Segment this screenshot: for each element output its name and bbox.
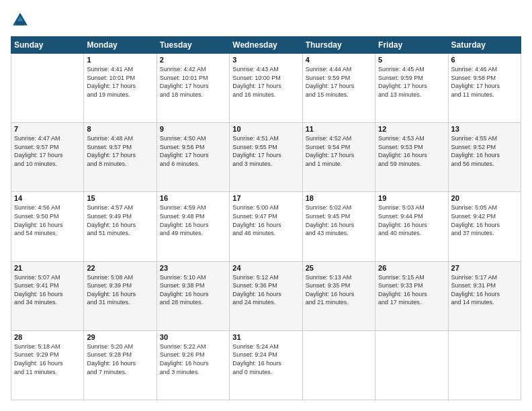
weekday-header-monday: Monday [84, 37, 157, 54]
day-info: Sunrise: 4:43 AMSunset: 10:00 PMDaylight… [232, 65, 299, 99]
day-number: 30 [160, 333, 226, 341]
day-info: Sunrise: 4:45 AMSunset: 9:59 PMDaylight:… [378, 65, 445, 99]
day-info: Sunrise: 4:53 AMSunset: 9:53 PMDaylight:… [378, 134, 445, 168]
calendar-cell: 27Sunrise: 5:17 AMSunset: 9:31 PMDayligh… [448, 261, 521, 330]
calendar-cell: 19Sunrise: 5:03 AMSunset: 9:44 PMDayligh… [375, 192, 448, 261]
day-info: Sunrise: 5:17 AMSunset: 9:31 PMDaylight:… [451, 273, 518, 307]
day-info: Sunrise: 5:02 AMSunset: 9:45 PMDaylight:… [306, 203, 372, 237]
day-info: Sunrise: 5:08 AMSunset: 9:39 PMDaylight:… [87, 273, 153, 307]
day-number: 22 [87, 264, 153, 272]
calendar-cell: 6Sunrise: 4:46 AMSunset: 9:58 PMDaylight… [448, 54, 521, 123]
day-info: Sunrise: 4:48 AMSunset: 9:57 PMDaylight:… [87, 134, 153, 168]
weekday-header-thursday: Thursday [302, 37, 375, 54]
calendar-cell: 12Sunrise: 4:53 AMSunset: 9:53 PMDayligh… [375, 123, 448, 192]
calendar-cell: 11Sunrise: 4:52 AMSunset: 9:54 PMDayligh… [302, 123, 375, 192]
calendar-cell: 24Sunrise: 5:12 AMSunset: 9:36 PMDayligh… [230, 261, 302, 330]
day-info: Sunrise: 5:03 AMSunset: 9:44 PMDaylight:… [378, 203, 445, 237]
calendar-cell: 17Sunrise: 5:00 AMSunset: 9:47 PMDayligh… [230, 192, 302, 261]
day-number: 27 [451, 264, 518, 272]
calendar-cell: 14Sunrise: 4:56 AMSunset: 9:50 PMDayligh… [11, 192, 84, 261]
week-row-5: 28Sunrise: 5:18 AMSunset: 9:29 PMDayligh… [11, 330, 521, 400]
calendar-cell: 18Sunrise: 5:02 AMSunset: 9:45 PMDayligh… [302, 192, 375, 261]
calendar-cell: 16Sunrise: 4:59 AMSunset: 9:48 PMDayligh… [157, 192, 229, 261]
week-row-3: 14Sunrise: 4:56 AMSunset: 9:50 PMDayligh… [11, 192, 521, 261]
day-number: 4 [306, 56, 372, 64]
day-number: 29 [87, 333, 153, 341]
calendar-cell: 28Sunrise: 5:18 AMSunset: 9:29 PMDayligh… [11, 330, 84, 400]
day-number: 2 [160, 56, 226, 64]
day-number: 9 [160, 125, 226, 133]
calendar-cell: 1Sunrise: 4:41 AMSunset: 10:01 PMDayligh… [84, 54, 157, 123]
day-number: 28 [14, 333, 81, 341]
day-number: 3 [232, 56, 299, 64]
day-number: 13 [451, 125, 518, 133]
weekday-header-tuesday: Tuesday [157, 37, 229, 54]
weekday-header-wednesday: Wednesday [230, 37, 302, 54]
day-number: 5 [378, 56, 445, 64]
day-number: 16 [160, 194, 226, 202]
logo [11, 11, 32, 30]
weekday-header-sunday: Sunday [11, 37, 84, 54]
week-row-1: 1Sunrise: 4:41 AMSunset: 10:01 PMDayligh… [11, 54, 521, 123]
calendar-cell: 30Sunrise: 5:22 AMSunset: 9:26 PMDayligh… [157, 330, 229, 400]
day-info: Sunrise: 5:18 AMSunset: 9:29 PMDaylight:… [14, 342, 81, 376]
day-info: Sunrise: 4:42 AMSunset: 10:01 PMDaylight… [160, 65, 226, 99]
calendar-cell: 5Sunrise: 4:45 AMSunset: 9:59 PMDaylight… [375, 54, 448, 123]
day-info: Sunrise: 5:22 AMSunset: 9:26 PMDaylight:… [160, 342, 226, 376]
day-number: 8 [87, 125, 153, 133]
day-info: Sunrise: 5:07 AMSunset: 9:41 PMDaylight:… [14, 273, 81, 307]
calendar-cell: 26Sunrise: 5:15 AMSunset: 9:33 PMDayligh… [375, 261, 448, 330]
day-number: 1 [87, 56, 153, 64]
calendar-cell: 15Sunrise: 4:57 AMSunset: 9:49 PMDayligh… [84, 192, 157, 261]
day-info: Sunrise: 5:20 AMSunset: 9:28 PMDaylight:… [87, 342, 153, 376]
calendar-cell [302, 330, 375, 400]
calendar-cell: 23Sunrise: 5:10 AMSunset: 9:38 PMDayligh… [157, 261, 229, 330]
day-number: 15 [87, 194, 153, 202]
calendar-cell: 2Sunrise: 4:42 AMSunset: 10:01 PMDayligh… [157, 54, 229, 123]
day-number: 20 [451, 194, 518, 202]
calendar-cell: 4Sunrise: 4:44 AMSunset: 9:59 PMDaylight… [302, 54, 375, 123]
day-number: 31 [232, 333, 299, 341]
day-info: Sunrise: 4:41 AMSunset: 10:01 PMDaylight… [87, 65, 153, 99]
day-number: 10 [232, 125, 299, 133]
day-number: 6 [451, 56, 518, 64]
week-row-2: 7Sunrise: 4:47 AMSunset: 9:57 PMDaylight… [11, 123, 521, 192]
day-number: 23 [160, 264, 226, 272]
day-info: Sunrise: 5:12 AMSunset: 9:36 PMDaylight:… [232, 273, 299, 307]
calendar-cell: 8Sunrise: 4:48 AMSunset: 9:57 PMDaylight… [84, 123, 157, 192]
header [11, 11, 521, 30]
day-number: 18 [306, 194, 372, 202]
day-info: Sunrise: 4:59 AMSunset: 9:48 PMDaylight:… [160, 203, 226, 237]
day-number: 14 [14, 194, 81, 202]
calendar-cell [448, 330, 521, 400]
day-info: Sunrise: 4:57 AMSunset: 9:49 PMDaylight:… [87, 203, 153, 237]
calendar-cell: 3Sunrise: 4:43 AMSunset: 10:00 PMDayligh… [230, 54, 302, 123]
day-number: 11 [306, 125, 372, 133]
day-info: Sunrise: 5:05 AMSunset: 9:42 PMDaylight:… [451, 203, 518, 237]
day-info: Sunrise: 4:51 AMSunset: 9:55 PMDaylight:… [232, 134, 299, 168]
calendar-cell [375, 330, 448, 400]
day-number: 19 [378, 194, 445, 202]
day-info: Sunrise: 4:46 AMSunset: 9:58 PMDaylight:… [451, 65, 518, 99]
calendar-cell: 13Sunrise: 4:55 AMSunset: 9:52 PMDayligh… [448, 123, 521, 192]
calendar-cell: 10Sunrise: 4:51 AMSunset: 9:55 PMDayligh… [230, 123, 302, 192]
calendar-cell: 9Sunrise: 4:50 AMSunset: 9:56 PMDaylight… [157, 123, 229, 192]
calendar-cell: 20Sunrise: 5:05 AMSunset: 9:42 PMDayligh… [448, 192, 521, 261]
calendar-cell: 25Sunrise: 5:13 AMSunset: 9:35 PMDayligh… [302, 261, 375, 330]
calendar: SundayMondayTuesdayWednesdayThursdayFrid… [11, 36, 521, 400]
weekday-header-row: SundayMondayTuesdayWednesdayThursdayFrid… [11, 37, 521, 54]
page: SundayMondayTuesdayWednesdayThursdayFrid… [0, 0, 532, 411]
weekday-header-friday: Friday [375, 37, 448, 54]
day-info: Sunrise: 4:50 AMSunset: 9:56 PMDaylight:… [160, 134, 226, 168]
logo-icon [11, 11, 30, 30]
weekday-header-saturday: Saturday [448, 37, 521, 54]
calendar-cell: 29Sunrise: 5:20 AMSunset: 9:28 PMDayligh… [84, 330, 157, 400]
day-number: 25 [306, 264, 372, 272]
day-info: Sunrise: 5:13 AMSunset: 9:35 PMDaylight:… [306, 273, 372, 307]
svg-rect-2 [16, 21, 24, 26]
day-number: 17 [232, 194, 299, 202]
day-info: Sunrise: 5:10 AMSunset: 9:38 PMDaylight:… [160, 273, 226, 307]
day-info: Sunrise: 4:52 AMSunset: 9:54 PMDaylight:… [306, 134, 372, 168]
calendar-cell: 7Sunrise: 4:47 AMSunset: 9:57 PMDaylight… [11, 123, 84, 192]
day-info: Sunrise: 5:24 AMSunset: 9:24 PMDaylight:… [232, 342, 299, 376]
